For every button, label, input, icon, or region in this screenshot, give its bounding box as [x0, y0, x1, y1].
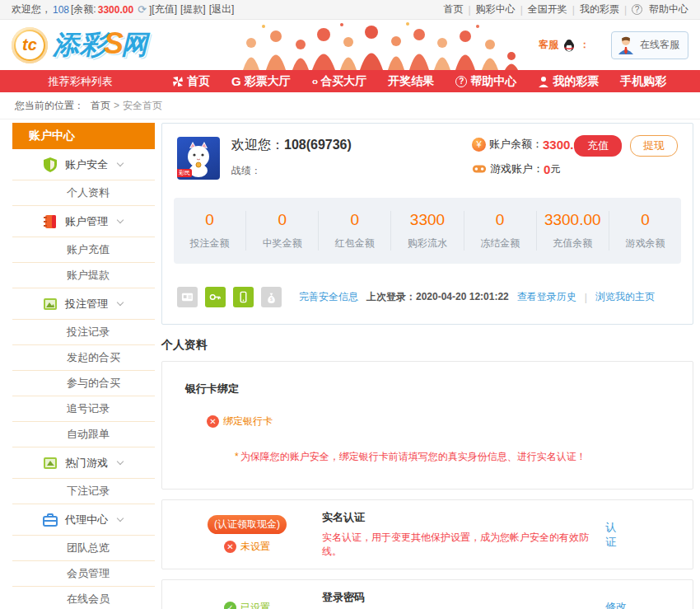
- stat-value: 3300.00: [537, 211, 609, 229]
- password-status: 已设置: [224, 601, 270, 609]
- site-logo[interactable]: 添彩S网: [12, 26, 148, 63]
- picture-icon: [42, 296, 58, 312]
- nav-group-buy-hall[interactable]: 合买大厅: [312, 74, 367, 89]
- sidebar-label: 账户提款: [67, 268, 110, 283]
- modify-password-link[interactable]: 修改: [605, 600, 627, 609]
- topbar-withdraw-link[interactable]: [提款]: [180, 2, 206, 16]
- sidebar-item-account-withdraw[interactable]: 账户提款: [12, 263, 155, 288]
- nav-home[interactable]: 首页: [172, 74, 210, 89]
- separator: |: [585, 292, 587, 303]
- topbar-balance: 3300.00: [98, 4, 133, 16]
- nav-help-center[interactable]: 帮助中心: [455, 74, 516, 89]
- topbar-nav-national-draws[interactable]: 全国开奖: [528, 2, 567, 16]
- sidebar-label: 自动跟单: [67, 427, 110, 442]
- notebook-icon: [42, 213, 58, 230]
- sidebar-item-initiated-group-buys[interactable]: 发起的合买: [12, 345, 155, 371]
- yen-coin-icon: [472, 138, 486, 152]
- stat-recharge-balance: 3300.00充值余额: [536, 211, 609, 251]
- recharge-button[interactable]: 充值: [574, 135, 622, 157]
- nav-mobile-lottery[interactable]: 手机购彩: [620, 74, 666, 89]
- topbar-nav-my-tickets[interactable]: 我的彩票: [580, 2, 619, 16]
- question-circle-icon: [455, 76, 467, 87]
- profile-heading: 个人资料: [161, 338, 693, 353]
- sidebar-label: 追号记录: [67, 401, 110, 416]
- sidebar-item-account-management[interactable]: 账户管理: [12, 206, 155, 237]
- sidebar-item-member-management[interactable]: 会员管理: [12, 561, 155, 587]
- topbar-nav-home[interactable]: 首页: [444, 2, 464, 16]
- sidebar-label: 会员管理: [67, 566, 110, 581]
- my-homepage-link[interactable]: 浏览我的主页: [595, 290, 655, 304]
- stat-label: 中奖金额: [246, 237, 318, 251]
- nav-recommend-list[interactable]: 推荐彩种列表: [0, 74, 161, 89]
- phone-icon[interactable]: [233, 287, 254, 307]
- stat-game-balance: 0游戏余额: [609, 211, 681, 251]
- nav-mobile-lottery-label: 手机购彩: [620, 74, 666, 89]
- withdraw-button[interactable]: 提现: [630, 135, 678, 157]
- sidebar-item-account-security[interactable]: 账户安全: [12, 149, 155, 180]
- sidebar-label: 下注记录: [67, 484, 110, 499]
- complete-security-link[interactable]: 完善安全信息: [299, 290, 358, 304]
- sidebar-item-joined-group-buys[interactable]: 参与的合买: [12, 371, 155, 396]
- nav-group-buy-label: 合买大厅: [320, 74, 366, 89]
- sidebar-item-hot-games[interactable]: 热门游戏: [12, 447, 155, 479]
- online-service-button[interactable]: 在线客服: [611, 31, 688, 59]
- sidebar-item-wager-records[interactable]: 下注记录: [12, 479, 155, 504]
- username-link[interactable]: 108: [53, 4, 69, 16]
- sidebar-item-bet-records[interactable]: 投注记录: [12, 320, 155, 345]
- qq-penguin-icon[interactable]: [562, 39, 576, 52]
- login-history-link[interactable]: 查看登录历史: [517, 290, 576, 304]
- bank-binding-title: 银行卡绑定: [185, 382, 670, 396]
- chevron-down-icon: [117, 160, 124, 166]
- sidebar-item-auto-follow[interactable]: 自动跟单: [12, 422, 155, 447]
- sidebar-item-online-members[interactable]: 在线会员: [12, 587, 155, 609]
- main-content: 彩民 欢迎您：108(69736) 战绩： 账户余额： 3300.00 元: [161, 123, 693, 609]
- topbar-nav-help-center[interactable]: 帮助中心: [649, 2, 688, 16]
- key-icon[interactable]: [205, 287, 226, 307]
- bank-binding-card: 银行卡绑定 绑定银行卡 *为保障您的账户安全，绑定银行卡前请填写您的真实身份信息…: [161, 361, 693, 490]
- user-display-name: 108(69736): [284, 138, 352, 152]
- topbar-nav-lottery-center[interactable]: 购彩中心: [476, 2, 516, 16]
- topbar-logout-link[interactable]: [退出]: [209, 2, 235, 16]
- service-colon: ：: [580, 38, 590, 52]
- game-account-unit: 元: [550, 162, 560, 176]
- sidebar-item-team-overview[interactable]: 团队总览: [12, 536, 155, 561]
- nav-lottery-hall-label: 彩票大厅: [245, 74, 291, 89]
- refresh-balance-icon[interactable]: ⟳: [138, 3, 147, 16]
- topbar-recharge-link[interactable]: [充值]: [152, 2, 177, 16]
- last-login-label: 上次登录：: [366, 291, 416, 302]
- bind-bank-card-link[interactable]: 绑定银行卡: [207, 415, 670, 429]
- set-check-icon: [224, 602, 236, 609]
- breadcrumb-home[interactable]: 首页: [91, 99, 110, 113]
- sidebar-item-bet-management[interactable]: 投注管理: [12, 288, 155, 320]
- logo-tc-icon: [12, 27, 48, 63]
- nav-my-tickets[interactable]: 我的彩票: [538, 74, 599, 89]
- password-status-block: 已设置: [185, 601, 309, 609]
- password-info: 登录密码 登录网站账户的密码: [322, 590, 411, 609]
- nav-lottery-hall[interactable]: 彩票大厅: [231, 74, 291, 89]
- sidebar-item-agent-center[interactable]: 代理中心: [12, 504, 155, 536]
- user-avatar[interactable]: 彩民: [177, 137, 220, 180]
- bind-bank-card-label: 绑定银行卡: [223, 415, 273, 429]
- game-account-value: 0: [544, 162, 550, 176]
- nav-draw-results[interactable]: 开奖结果: [388, 74, 434, 89]
- game-board-icon: [42, 455, 58, 471]
- moneybag-icon[interactable]: $: [261, 287, 282, 307]
- sidebar-item-chase-number-records[interactable]: 追号记录: [12, 396, 155, 422]
- balance-label: 账户余额：: [489, 137, 543, 152]
- user-icon: [538, 76, 549, 87]
- verify-action-link[interactable]: 认证: [605, 520, 627, 550]
- idcard-icon[interactable]: [177, 287, 198, 307]
- realname-title: 实名认证: [322, 510, 605, 525]
- sidebar-label: 投注管理: [65, 297, 108, 312]
- realname-verification-card: (认证领取现金) 未设置 实名认证 实名认证，用于变更其他保护设置，成为您帐户安…: [161, 499, 693, 569]
- main-nav: 推荐彩种列表 首页 彩票大厅 合买大厅 开奖结果 帮助中心 我的彩票: [0, 70, 700, 92]
- welcome-text: 欢迎您，: [12, 2, 51, 16]
- unset-x-icon: [207, 415, 219, 428]
- sidebar-label: 发起的合买: [67, 350, 120, 365]
- sidebar-label: 在线会员: [67, 592, 110, 607]
- sidebar-item-personal-info[interactable]: 个人资料: [12, 180, 155, 206]
- sidebar-item-account-recharge[interactable]: 账户充值: [12, 237, 155, 263]
- balance-open: [余额:: [71, 2, 96, 16]
- breadcrumb-label: 您当前的位置：: [15, 99, 84, 113]
- sidebar-title[interactable]: 账户中心: [12, 123, 155, 149]
